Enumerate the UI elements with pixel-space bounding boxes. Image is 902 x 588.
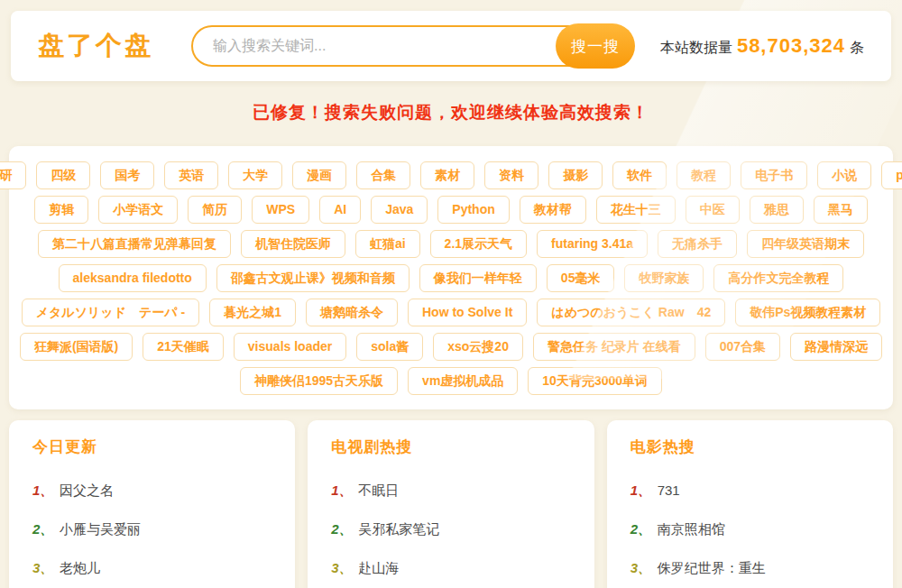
tag-link[interactable]: 2.1展示天气 bbox=[430, 230, 527, 258]
hot-panel: 电视剧热搜1、不眠日2、吴邪私家笔记3、赴山海4、欢乐家长群2 bbox=[308, 420, 594, 588]
tag-link[interactable]: 塘鹅暗杀令 bbox=[306, 299, 398, 326]
tag-link[interactable]: 教程 bbox=[676, 161, 731, 189]
tag-link[interactable]: 四年级英语期末 bbox=[747, 230, 864, 258]
tag-link[interactable]: 雅思 bbox=[750, 196, 804, 224]
tag-link[interactable]: 小学语文 bbox=[98, 196, 178, 224]
hot-list: 1、7312、南京照相馆3、侏罗纪世界：重生4、捕风追影 bbox=[630, 482, 870, 588]
rank-number: 3、 bbox=[32, 560, 60, 577]
tag-link[interactable]: vm虚拟机成品 bbox=[408, 367, 518, 395]
tag-link[interactable]: 邵鑫古文观止课》视频和音频 bbox=[216, 264, 410, 292]
hot-list-item[interactable]: 2、小雁与吴爱丽 bbox=[32, 521, 272, 538]
tag-link[interactable]: 大学 bbox=[228, 161, 282, 189]
tag-link[interactable]: 牧野家族 bbox=[624, 264, 704, 292]
tag-link[interactable]: Java bbox=[371, 196, 428, 224]
hot-list-item[interactable]: 1、因父之名 bbox=[32, 482, 272, 500]
hot-list-item[interactable]: 1、731 bbox=[630, 482, 870, 500]
tag-link[interactable]: AI bbox=[319, 196, 361, 224]
stats-suffix: 条 bbox=[850, 39, 864, 58]
tag-link[interactable]: 高分作文完全教程 bbox=[713, 264, 843, 292]
tag-link[interactable]: 机智住院医师 bbox=[241, 230, 345, 258]
tag-link[interactable]: visuals loader bbox=[234, 333, 346, 361]
tag-link[interactable]: aleksandra filedotto bbox=[59, 264, 207, 292]
bottom-panels: 今日更新1、因父之名2、小雁与吴爱丽3、老炮儿4、僵尸先生电视剧热搜1、不眠日2… bbox=[9, 420, 893, 588]
tag-link[interactable]: 第二十八篇直播常见弹幕回复 bbox=[38, 230, 231, 258]
tag-link[interactable]: 漫画 bbox=[292, 161, 346, 189]
tag-link[interactable]: 05毫米 bbox=[547, 264, 615, 292]
stats-number: 58,703,324 bbox=[737, 34, 845, 58]
tag-row: aleksandra filedotto邵鑫古文观止课》视频和音频像我们一样年轻… bbox=[25, 264, 877, 292]
tag-link[interactable]: WPS bbox=[252, 196, 309, 224]
tag-link[interactable]: 合集 bbox=[356, 161, 410, 189]
tag-link[interactable]: 暮光之城1 bbox=[209, 299, 296, 326]
tag-link[interactable]: 电子书 bbox=[741, 161, 807, 189]
hot-panel: 今日更新1、因父之名2、小雁与吴爱丽3、老炮儿4、僵尸先生 bbox=[9, 420, 295, 588]
tag-link[interactable]: Python bbox=[437, 196, 509, 224]
tag-link[interactable]: 007合集 bbox=[705, 333, 780, 361]
tag-link[interactable]: 花生十三 bbox=[596, 196, 676, 224]
tag-link[interactable]: 敬伟Ps视频教程素材 bbox=[735, 299, 880, 326]
tag-row: 神雕侠侣1995古天乐版vm虚拟机成品10天背完3000单词 bbox=[25, 367, 877, 395]
tag-link[interactable]: 考研 bbox=[0, 161, 26, 189]
tag-link[interactable]: 四级 bbox=[36, 161, 90, 189]
tag-link[interactable]: 狂舞派(国语版) bbox=[20, 333, 133, 361]
tag-link[interactable]: 21天催眠 bbox=[143, 333, 224, 361]
rank-number: 2、 bbox=[331, 521, 358, 538]
tag-link[interactable]: 黑马 bbox=[814, 196, 868, 224]
header: 盘了个盘 搜一搜 本站数据量 58,703,324 条 bbox=[11, 11, 891, 81]
hot-item-title[interactable]: 因父之名 bbox=[60, 482, 114, 500]
search-bar: 搜一搜 bbox=[191, 25, 633, 67]
tag-link[interactable]: 简历 bbox=[188, 196, 242, 224]
rank-number: 2、 bbox=[32, 521, 60, 538]
hot-list-item[interactable]: 3、赴山海 bbox=[331, 560, 570, 577]
panel-title: 今日更新 bbox=[32, 436, 272, 457]
tag-link[interactable]: 中医 bbox=[686, 196, 740, 224]
hot-item-title[interactable]: 小雁与吴爱丽 bbox=[60, 521, 141, 538]
tag-rows: 考研四级国考英语大学漫画合集素材资料摄影软件教程电子书小说ppt剪辑小学语文简历… bbox=[25, 161, 877, 395]
search-button[interactable]: 搜一搜 bbox=[556, 23, 635, 69]
rank-number: 1、 bbox=[630, 482, 658, 500]
site-stats: 本站数据量 58,703,324 条 bbox=[660, 34, 864, 58]
rank-number: 3、 bbox=[630, 560, 658, 577]
tag-link[interactable]: 警急任务 纪录片 在线看 bbox=[533, 333, 695, 361]
tag-link[interactable]: 路漫情深远 bbox=[790, 333, 882, 361]
tag-link[interactable]: 资料 bbox=[484, 161, 538, 189]
tag-link[interactable]: 软件 bbox=[612, 161, 667, 189]
tag-link[interactable]: ppt bbox=[881, 161, 902, 189]
hot-list-item[interactable]: 3、老炮儿 bbox=[32, 560, 272, 577]
tag-link[interactable]: メタルソリッド テーパ - bbox=[22, 299, 200, 326]
tag-link[interactable]: 10天背完3000单词 bbox=[528, 367, 662, 395]
hot-item-title[interactable]: 老炮儿 bbox=[60, 560, 100, 577]
rank-number: 3、 bbox=[331, 560, 358, 577]
panel-title: 电视剧热搜 bbox=[331, 436, 570, 457]
hot-item-title[interactable]: 侏罗纪世界：重生 bbox=[658, 560, 766, 577]
tag-link[interactable]: How to Solve It bbox=[408, 299, 527, 326]
tag-link[interactable]: sola酱 bbox=[356, 333, 423, 361]
hot-item-title[interactable]: 吴邪私家笔记 bbox=[358, 521, 439, 538]
hot-list-item[interactable]: 2、吴邪私家笔记 bbox=[331, 521, 570, 538]
tag-link[interactable]: 摄影 bbox=[548, 161, 603, 189]
hot-list-item[interactable]: 2、南京照相馆 bbox=[630, 521, 870, 538]
tag-link[interactable]: 素材 bbox=[420, 161, 474, 189]
tag-link[interactable]: 小说 bbox=[817, 161, 871, 189]
tag-link[interactable]: 虹猫ai bbox=[355, 230, 420, 258]
tag-link[interactable]: 神雕侠侣1995古天乐版 bbox=[240, 367, 398, 395]
panel-title: 电影热搜 bbox=[630, 436, 870, 457]
site-logo[interactable]: 盘了个盘 bbox=[38, 28, 153, 64]
hot-list-item[interactable]: 1、不眠日 bbox=[331, 482, 570, 500]
tag-link[interactable]: 英语 bbox=[164, 161, 218, 189]
hot-item-title[interactable]: 731 bbox=[658, 482, 680, 498]
tag-link[interactable]: 像我们一样年轻 bbox=[419, 264, 537, 292]
hot-item-title[interactable]: 赴山海 bbox=[358, 560, 399, 577]
tag-link[interactable]: 无痛杀手 bbox=[658, 230, 737, 258]
tag-row: メタルソリッド テーパ -暮光之城1塘鹅暗杀令How to Solve Itはめ… bbox=[25, 299, 877, 326]
tag-link[interactable]: futaring 3.41a bbox=[537, 230, 648, 258]
hot-list-item[interactable]: 3、侏罗纪世界：重生 bbox=[630, 560, 870, 577]
tag-link[interactable]: 教材帮 bbox=[520, 196, 586, 224]
hot-item-title[interactable]: 不眠日 bbox=[358, 482, 399, 500]
tag-link[interactable]: xso云搜20 bbox=[433, 333, 523, 361]
hot-item-title[interactable]: 南京照相馆 bbox=[658, 521, 725, 538]
tag-row: 考研四级国考英语大学漫画合集素材资料摄影软件教程电子书小说ppt bbox=[25, 161, 877, 189]
tag-link[interactable]: 国考 bbox=[100, 161, 154, 189]
tag-link[interactable]: 剪辑 bbox=[34, 196, 88, 224]
tag-link[interactable]: はめつのおうこく Raw 42 bbox=[537, 299, 725, 326]
